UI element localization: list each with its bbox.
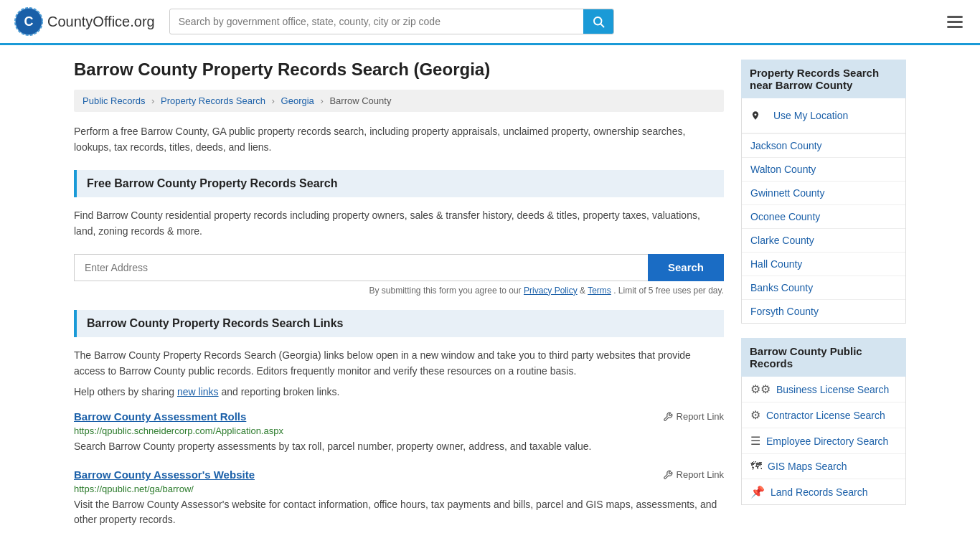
nearby-county-jackson: Jackson County: [742, 134, 905, 158]
resource-title-2[interactable]: Barrow County Assessor's Website: [74, 468, 255, 481]
header-search-bar: [169, 9, 614, 34]
search-button[interactable]: Search: [648, 254, 724, 281]
report-link-button-2[interactable]: Report Link: [663, 469, 724, 480]
form-note-ampersand: &: [580, 286, 588, 296]
report-link-button-1[interactable]: Report Link: [663, 411, 724, 422]
business-license-search-link[interactable]: ⚙⚙ Business License Search: [742, 377, 905, 402]
header-search-input[interactable]: [170, 10, 583, 33]
breadcrumb-sep-3: ›: [320, 95, 323, 106]
wrench-icon-1: [663, 412, 673, 422]
public-records-section: Barrow County Public Records ⚙⚙ Business…: [741, 338, 906, 505]
nearby-county-gwinnett: Gwinnett County: [742, 182, 905, 205]
links-section: Barrow County Property Records Search Li…: [74, 310, 724, 528]
resource-header-2: Barrow County Assessor's Website Report …: [74, 468, 724, 481]
breadcrumb-sep-1: ›: [151, 95, 154, 106]
resource-desc-2: Visit the Barrow County Assessor's websi…: [74, 497, 724, 527]
nearby-county-banks-link[interactable]: Banks County: [742, 276, 905, 299]
use-my-location-text[interactable]: Use My Location: [765, 104, 857, 127]
contractor-license-search-link[interactable]: ⚙ Contractor License Search: [742, 402, 905, 428]
site-logo[interactable]: C CountyOffice.org: [14, 7, 155, 36]
map-icon: 🗺: [750, 460, 762, 473]
nearby-county-forsyth-link[interactable]: Forsyth County: [742, 300, 905, 323]
record-business-license: ⚙⚙ Business License Search: [742, 377, 905, 402]
employee-directory-search-link[interactable]: ☰ Employee Directory Search: [742, 428, 905, 453]
nearby-section: Property Records Search near Barrow Coun…: [741, 60, 906, 324]
nearby-county-walton: Walton County: [742, 158, 905, 182]
nearby-county-jackson-link[interactable]: Jackson County: [742, 134, 905, 157]
nearby-county-clarke: Clarke County: [742, 229, 905, 253]
logo-icon: C: [14, 7, 43, 36]
links-section-header: Barrow County Property Records Search Li…: [74, 310, 724, 337]
free-search-section: Free Barrow County Property Records Sear…: [74, 170, 724, 296]
new-links-link[interactable]: new links: [177, 386, 219, 397]
nearby-county-oconee: Oconee County: [742, 205, 905, 229]
nearby-county-clarke-link[interactable]: Clarke County: [742, 229, 905, 252]
main-container: Barrow County Property Records Search (G…: [60, 45, 920, 551]
business-license-label: Business License Search: [776, 384, 889, 395]
search-icon: [592, 15, 605, 28]
nearby-county-hall-link[interactable]: Hall County: [742, 253, 905, 276]
wrench-icon-2: [663, 470, 673, 480]
and-reporting: and reporting broken links.: [221, 386, 339, 397]
location-pin-icon: [750, 110, 760, 121]
page-title: Barrow County Property Records Search (G…: [74, 60, 724, 80]
hamburger-menu-button[interactable]: [944, 13, 966, 31]
nearby-county-oconee-link[interactable]: Oconee County: [742, 205, 905, 228]
employee-directory-label: Employee Directory Search: [766, 435, 888, 447]
free-search-description: Find Barrow County residential property …: [74, 207, 724, 240]
breadcrumb-property-records-search[interactable]: Property Records Search: [161, 95, 265, 106]
form-note-text: By submitting this form you agree to our: [369, 286, 522, 296]
privacy-policy-link[interactable]: Privacy Policy: [524, 286, 578, 296]
breadcrumb: Public Records › Property Records Search…: [74, 90, 724, 112]
terms-link[interactable]: Terms: [588, 286, 611, 296]
resource-desc-1: Search Barrow County property assessment…: [74, 439, 724, 454]
gear-icon-2: ⚙: [750, 408, 760, 422]
free-search-header: Free Barrow County Property Records Sear…: [74, 170, 724, 197]
header-search-button[interactable]: [583, 9, 613, 34]
breadcrumb-public-records[interactable]: Public Records: [83, 95, 145, 106]
use-my-location-link[interactable]: Use My Location: [742, 98, 905, 133]
record-gis-maps: 🗺 GIS Maps Search: [742, 454, 905, 479]
breadcrumb-sep-2: ›: [272, 95, 275, 106]
share-note: Help others by sharing new links and rep…: [74, 386, 724, 397]
nearby-county-walton-link[interactable]: Walton County: [742, 158, 905, 181]
form-note: By submitting this form you agree to our…: [74, 286, 724, 296]
record-employee-directory: ☰ Employee Directory Search: [742, 428, 905, 454]
report-link-label-2: Report Link: [677, 469, 724, 480]
breadcrumb-georgia[interactable]: Georgia: [281, 95, 314, 106]
resource-url-1: https://qpublic.schneidercorp.com/Applic…: [74, 425, 724, 436]
record-contractor-license: ⚙ Contractor License Search: [742, 402, 905, 428]
resource-url-2: https://qpublic.net/ga/barrow/: [74, 484, 724, 494]
nearby-county-list: Use My Location Jackson County Walton Co…: [741, 98, 906, 324]
page-description: Perform a free Barrow County, GA public …: [74, 123, 724, 156]
contractor-license-label: Contractor License Search: [766, 410, 885, 421]
logo-text: CountyOffice.org: [47, 14, 155, 30]
report-link-label-1: Report Link: [677, 411, 724, 422]
svg-line-4: [600, 24, 603, 27]
content-area: Barrow County Property Records Search (G…: [74, 60, 724, 542]
nearby-county-hall: Hall County: [742, 253, 905, 276]
address-search-form: Search: [74, 254, 724, 281]
resource-item-2: Barrow County Assessor's Website Report …: [74, 468, 724, 527]
nearby-county-gwinnett-link[interactable]: Gwinnett County: [742, 182, 905, 204]
breadcrumb-barrow-county: Barrow County: [329, 95, 391, 106]
gear-icon-1: ⚙⚙: [750, 382, 771, 396]
form-note-limit: . Limit of 5 free uses per day.: [613, 286, 724, 296]
land-records-search-link[interactable]: 📌 Land Records Search: [742, 479, 905, 504]
links-description: The Barrow County Property Records Searc…: [74, 347, 724, 380]
nearby-section-title: Property Records Search near Barrow Coun…: [741, 60, 906, 98]
pin-icon: 📌: [750, 485, 765, 499]
svg-text:C: C: [24, 14, 34, 29]
use-my-location-item: Use My Location: [742, 98, 905, 134]
gis-maps-label: GIS Maps Search: [768, 461, 847, 472]
address-input[interactable]: [74, 254, 648, 281]
site-header: C CountyOffice.org: [0, 0, 980, 45]
resource-item-1: Barrow County Assessment Rolls Report Li…: [74, 410, 724, 454]
resource-title-1[interactable]: Barrow County Assessment Rolls: [74, 410, 246, 423]
svg-point-6: [755, 113, 757, 116]
gis-maps-search-link[interactable]: 🗺 GIS Maps Search: [742, 454, 905, 479]
land-records-label: Land Records Search: [771, 486, 867, 498]
public-records-title: Barrow County Public Records: [741, 338, 906, 377]
public-records-list: ⚙⚙ Business License Search ⚙ Contractor …: [741, 377, 906, 505]
nearby-county-banks: Banks County: [742, 276, 905, 300]
